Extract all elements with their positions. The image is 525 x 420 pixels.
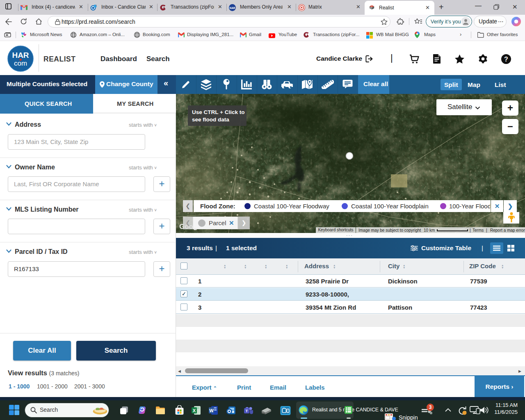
svg-text:W: W <box>209 408 214 413</box>
svg-text:?: ? <box>504 56 508 63</box>
svg-text:T: T <box>246 409 248 413</box>
svg-text:NAR: NAR <box>230 7 235 9</box>
svg-text:HAR: HAR <box>12 51 29 59</box>
svg-text:X: X <box>193 408 196 413</box>
